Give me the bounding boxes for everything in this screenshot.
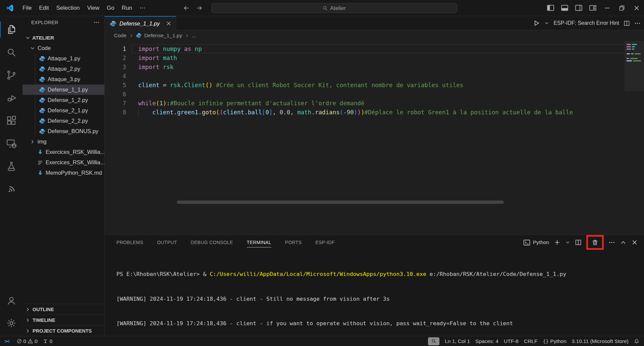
explorer-header: EXPLORER: [22, 16, 104, 29]
chevron-right-icon: [25, 328, 31, 334]
toggle-primary-sidebar-icon[interactable]: [543, 0, 557, 16]
magnifier-icon: [431, 339, 436, 344]
tab-defense-1-1[interactable]: Defense_1_1.py: [105, 16, 176, 30]
bottom-panel: PROBLEMS OUTPUT DEBUG CONSOLE TERMINAL P…: [105, 235, 644, 336]
breadcrumb-symbol[interactable]: ...: [192, 33, 196, 39]
tree-item-exercices-2[interactable]: Exercices_RSK_Willia...: [22, 157, 104, 168]
eol-status[interactable]: CRLF: [521, 336, 540, 346]
code-line-4: 4: [105, 72, 625, 81]
terminal-output[interactable]: PS E:\Rhoban\RSK\Atelier> & C:/Users/wil…: [116, 254, 637, 344]
toggle-panel-icon[interactable]: [557, 0, 572, 16]
close-window-button[interactable]: [629, 0, 644, 16]
toggle-secondary-sidebar-icon[interactable]: [572, 0, 586, 16]
python-interpreter-status[interactable]: 3.10.11 (Microsoft Store): [569, 336, 631, 346]
tree-item-memopython-md[interactable]: MemoPython_RSK.md: [22, 168, 104, 178]
tree-root-atelier[interactable]: ATELIER: [22, 33, 104, 43]
section-timeline[interactable]: TIMELINE: [22, 314, 104, 325]
terminal-shell-item[interactable]: Python: [523, 239, 549, 246]
language-status[interactable]: {} Python: [540, 336, 569, 346]
document-lines-icon: [37, 160, 43, 166]
markdown-file-icon: [37, 170, 43, 176]
minimap[interactable]: [625, 41, 644, 235]
remote-indicator[interactable]: ><: [0, 336, 14, 346]
esp-idf-hint-button[interactable]: ESP-IDF: Search Error Hint: [553, 20, 619, 26]
explorer-more-actions-icon[interactable]: [94, 19, 100, 25]
indentation-status[interactable]: Spaces: 4: [473, 336, 501, 346]
accounts-icon[interactable]: [0, 292, 22, 308]
run-dropdown-chevron-icon[interactable]: [544, 21, 549, 25]
kill-terminal-trash-icon[interactable]: [592, 239, 598, 246]
explorer-icon[interactable]: [0, 21, 22, 38]
menu-view[interactable]: View: [84, 3, 103, 13]
notifications-bell[interactable]: [631, 336, 644, 346]
tab-bar: Defense_1_1.py ESP-IDF: Search Error Hin…: [105, 16, 644, 30]
code-editor[interactable]: 1import numpy as np 2import math 3import…: [105, 41, 644, 235]
activity-bar: [0, 16, 22, 336]
close-panel-icon[interactable]: [631, 239, 638, 246]
maximize-panel-chevron-up-icon[interactable]: [620, 239, 627, 246]
run-and-debug-icon[interactable]: [0, 90, 22, 106]
python-file-icon: [39, 76, 45, 82]
split-editor-icon[interactable]: [624, 20, 630, 26]
problems-status[interactable]: 0 0: [14, 336, 40, 346]
tree-item-code-folder[interactable]: Code: [22, 43, 104, 53]
chevron-right-icon: [185, 34, 189, 38]
menu-run[interactable]: Run: [118, 3, 136, 13]
breadcrumb-file[interactable]: Defense_1_1.py: [144, 33, 182, 39]
remote-explorer-icon[interactable]: [0, 135, 22, 152]
menu-go[interactable]: Go: [103, 3, 118, 13]
extensions-icon[interactable]: [0, 113, 22, 129]
minimap-slider[interactable]: [625, 41, 644, 91]
python-file-icon: [136, 33, 142, 38]
restore-button[interactable]: [614, 0, 629, 16]
search-icon[interactable]: [0, 44, 22, 60]
minimize-button[interactable]: [600, 0, 614, 16]
section-outline[interactable]: OUTLINE: [22, 304, 104, 314]
menu-selection[interactable]: Selection: [53, 3, 84, 13]
terminal-line-1: PS E:\Rhoban\RSK\Atelier> & C:/Users/wil…: [116, 270, 637, 279]
panel-tab-terminal[interactable]: TERMINAL: [247, 238, 271, 247]
new-terminal-icon[interactable]: [554, 239, 560, 246]
breadcrumb-folder[interactable]: Code: [114, 33, 126, 39]
encoding-status[interactable]: UTF-8: [501, 336, 521, 346]
testing-icon[interactable]: [0, 158, 22, 174]
terminal-line-3: [WARNING] 2024-11-19 17:24:18,436 - clie…: [116, 320, 637, 328]
split-terminal-icon[interactable]: [575, 239, 582, 246]
section-project-components[interactable]: PROJECT COMPONENTS: [22, 325, 104, 336]
menu-overflow-icon[interactable]: ⋯: [136, 3, 149, 13]
ports-status[interactable]: 0: [40, 336, 55, 346]
customize-layout-icon[interactable]: [586, 0, 600, 16]
panel-more-actions-icon[interactable]: [608, 239, 615, 246]
command-center-search[interactable]: Atelier: [211, 3, 457, 13]
cursor-position-status[interactable]: Ln 1, Col 1: [442, 336, 473, 346]
chevron-right-icon: [30, 139, 35, 145]
code-line-6: 6: [105, 90, 625, 99]
nav-forward-icon[interactable]: [195, 4, 203, 12]
panel-tab-problems[interactable]: PROBLEMS: [116, 238, 143, 247]
panel-tab-ports[interactable]: PORTS: [285, 238, 302, 247]
horizontal-scrollbar[interactable]: [177, 200, 504, 204]
source-control-icon[interactable]: [0, 67, 22, 83]
menu-edit[interactable]: Edit: [35, 3, 52, 13]
espressif-idf-icon[interactable]: [0, 181, 22, 197]
explorer-title: EXPLORER: [31, 20, 94, 25]
panel-tab-debug-console[interactable]: DEBUG CONSOLE: [191, 238, 233, 247]
terminal-dropdown-chevron-icon[interactable]: [565, 239, 570, 246]
menu-file[interactable]: File: [19, 3, 35, 13]
bell-icon: [634, 339, 639, 344]
chevron-down-icon: [30, 46, 35, 51]
terminal-toolbar: Python: [523, 235, 638, 250]
editor-more-actions-icon[interactable]: [634, 20, 641, 26]
terminal-line-2: [WARNING] 2024-11-19 17:24:18,436 - clie…: [116, 295, 637, 303]
settings-gear-icon[interactable]: [0, 315, 22, 331]
panel-tab-output[interactable]: OUTPUT: [157, 238, 177, 247]
zoom-status-button[interactable]: [428, 337, 439, 345]
search-icon: [323, 6, 328, 11]
tab-close-icon[interactable]: [166, 20, 172, 26]
download-file-icon: [37, 149, 43, 155]
tree-item-exercices-1[interactable]: Exercices_RSK_Willia...: [22, 147, 104, 157]
panel-tab-esp-idf[interactable]: ESP-IDF: [315, 238, 334, 247]
run-python-file-icon[interactable]: [533, 19, 540, 27]
tree-item-img-folder[interactable]: img: [22, 136, 104, 147]
nav-back-icon[interactable]: [182, 4, 191, 12]
